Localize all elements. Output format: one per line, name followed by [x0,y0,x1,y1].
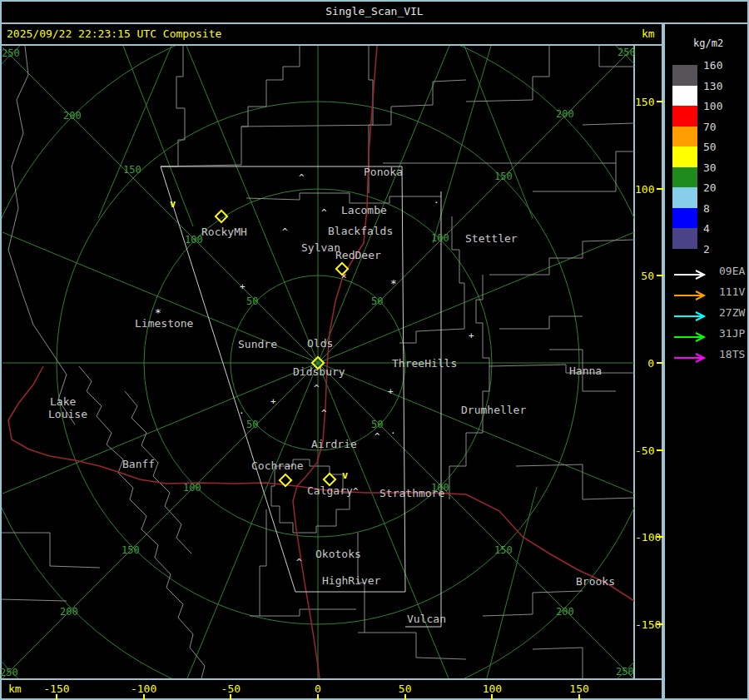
bottom-axis-tick [578,694,580,700]
legend-color-block [672,86,697,107]
range-ring-label: 50 [246,295,258,307]
city-label-lake: Lake [50,395,76,408]
range-ring-label: 100 [431,232,449,244]
radar-legend-row: 18TS [672,350,747,362]
legend-value-label: 8 [703,202,710,215]
town-plus-marker: + [469,332,474,340]
range-ring-label: 50 [246,419,258,430]
asterisk-marker: * [155,309,161,317]
legend-color-block [672,65,697,86]
city-label-blackfalds: Blackfalds [328,225,393,237]
legend-value-label: 130 [703,80,722,92]
right-axis-tick-label: -50 [635,444,654,456]
city-label-ponoka: Ponoka [364,166,403,178]
range-ring-label: 150 [494,544,513,556]
town-plus-marker: + [270,398,276,406]
range-ring-label: 100 [185,234,203,246]
range-ring-label: 250 [2,47,20,59]
right-axis-tick [657,188,663,190]
legend-value-label: 160 [703,59,722,72]
legend-color-block [672,187,697,208]
range-ring-label: 200 [556,108,574,120]
peak-caret-marker: ^ [296,559,302,567]
legend-unit-label: kg/m2 [693,37,723,49]
right-axis-tick [657,362,663,364]
right-axis-tick [657,275,663,276]
city-label-banff: Banff [122,458,155,470]
storm-motion-arrow-icon: v [170,200,176,208]
right-axis-tick [657,623,663,625]
bottom-axis-tick [404,694,406,700]
bottom-axis-tick-label: 100 [483,683,502,695]
radar-arrow-icon [672,270,711,280]
town-dot-marker: · [390,429,396,438]
right-axis-tick-label: 50 [635,270,654,282]
city-label-olds: Olds [307,337,333,350]
radar-id-label: 31JP [719,327,745,340]
legend-value-label: 20 [703,181,717,194]
peak-caret-marker: ^ [282,228,288,236]
right-axis-tick-label: 150 [635,95,654,107]
city-label-sundre: Sundre [238,338,277,350]
legend-color-block [672,146,697,167]
town-plus-marker: + [388,388,394,396]
range-ring-label: 150 [123,164,141,176]
bottom-axis-unit: km [8,683,22,695]
range-ring-label: 250 [618,47,636,58]
peak-caret-marker: ^ [374,433,380,441]
range-ring-label: 50 [371,295,383,307]
city-label-rockymh: RockyMH [201,226,247,238]
range-ring-label: 250 [0,667,18,678]
radar-id-label: 111V [719,285,745,298]
right-axis-tick-label: -150 [635,618,654,631]
town-plus-marker: + [240,283,246,291]
bottom-axis-tick [56,694,57,700]
range-ring-label: 150 [122,544,140,556]
radar-legend-row: 111V [672,288,747,300]
right-axis-tick [657,101,663,102]
legend-panel: kg/m2 1601301007050302084209EA111V27ZW31… [665,24,749,700]
city-label-brooks: Brooks [576,575,615,588]
range-ring-label: 250 [616,666,634,678]
storm-motion-arrow-icon: v [342,471,348,479]
bottom-axis-tick [230,694,231,700]
bottom-axis-tick [491,694,493,700]
bottom-axis-tick-label: 50 [399,683,412,695]
bottom-axis-tick-label: -100 [131,683,156,695]
radar-id-label: 09EA [719,265,745,277]
radar-id-label: 18TS [719,348,745,360]
legend-color-block [672,208,697,229]
range-ring-label: 150 [494,171,513,182]
peak-caret-marker: ^ [353,488,359,496]
bottom-axis-tick [317,694,319,700]
town-dot-marker: · [434,199,439,207]
radar-arrow-icon [672,332,711,342]
radar-arrow-icon [672,311,711,321]
right-axis-tick [657,449,663,451]
range-ring-label: 200 [63,110,82,122]
radar-arrow-icon [672,353,711,363]
peak-caret-marker: ^ [314,385,320,393]
right-axis-tick-label: -100 [635,531,654,544]
city-label-lacombe: Lacombe [341,204,387,216]
radar-id-label: 27ZW [719,306,745,319]
bottom-axis-tick-label: -150 [43,683,69,695]
city-label-hanna: Hanna [569,365,602,377]
legend-value-label: 100 [703,100,722,112]
city-label-airdrie: Airdrie [311,438,357,450]
range-ring-label: 200 [556,606,574,618]
right-axis-tick-label: 0 [635,357,654,370]
city-label-louise: Louise [48,408,87,420]
city-label-reddeer: RedDeer [335,249,381,261]
radar-legend-row: 09EA [672,267,747,279]
city-label-okotoks: Okotoks [315,548,361,560]
city-label-limestone: Limestone [135,317,193,330]
legend-value-label: 50 [703,141,717,153]
city-label-threehills: ThreeHills [392,357,457,370]
range-ring-label: 100 [431,482,449,494]
legend-color-block [672,106,697,127]
legend-color-block [672,167,697,188]
bottom-axis-tick-label: 150 [569,683,588,695]
city-label-calgary: Calgary [307,484,353,497]
range-ring-label: 100 [183,482,201,494]
